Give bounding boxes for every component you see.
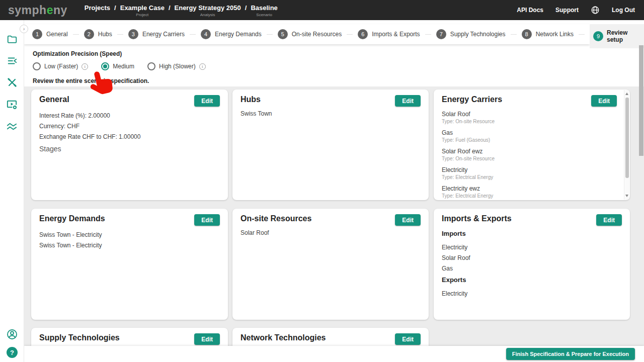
edit-network-technologies-button[interactable]: Edit	[395, 333, 421, 345]
card-title: Energy Carriers	[442, 95, 502, 104]
list-item: Solar Roof Type: On-site Resource	[442, 111, 617, 125]
breadcrumb-label: Baseline	[251, 5, 277, 11]
step-hubs[interactable]: 2Hubs	[84, 29, 112, 39]
step-connector	[425, 34, 431, 35]
radio-low-faster[interactable]: Low (Faster) i	[33, 62, 88, 70]
radio-label: Medium	[113, 63, 134, 70]
step-label: Review setup	[607, 29, 644, 43]
step-connector	[579, 34, 585, 35]
currency-value: Currency: CHF	[39, 121, 220, 132]
demand-item: Swiss Town - Electricity	[39, 240, 220, 251]
interest-rate-value: Interest Rate (%): 2.00000	[39, 111, 220, 121]
step-onsite-resources[interactable]: 5On-site Resources	[278, 29, 342, 39]
carrier-name: Solar Roof ewz	[442, 148, 617, 155]
card-title: General	[39, 95, 69, 104]
export-item: Electricity	[442, 291, 622, 297]
step-connector	[117, 34, 123, 35]
edit-supply-technologies-button[interactable]: Edit	[194, 333, 220, 345]
step-number: 8	[522, 29, 532, 39]
step-energy-carriers[interactable]: 3Energy Carriers	[128, 29, 185, 39]
scenario-list-icon[interactable]	[7, 55, 18, 66]
step-energy-demands[interactable]: 4Energy Demands	[201, 29, 262, 39]
top-header-bar: sympheny Projects / Example Case Project…	[0, 0, 644, 20]
finish-specification-button[interactable]: Finish Specification & Prepare for Execu…	[506, 348, 635, 360]
step-review-setup-active[interactable]: 9 Review setup	[590, 24, 644, 48]
logo-accent-letter: e	[47, 4, 53, 17]
edit-onsite-resources-button[interactable]: Edit	[395, 214, 421, 226]
carrier-name: Solar Roof	[442, 111, 617, 118]
execution-icon[interactable]	[6, 99, 18, 110]
optimization-precision-title: Optimization Precision (Speed)	[33, 50, 219, 57]
breadcrumb-scenario[interactable]: Baseline Scenario	[251, 5, 277, 17]
import-item: Gas	[442, 265, 622, 272]
scroll-up-icon[interactable]	[625, 93, 628, 95]
optimization-radio-group: Low (Faster) i Medium High (Slower) i	[33, 62, 219, 71]
step-number: 5	[278, 29, 288, 39]
radio-circle-selected[interactable]	[101, 62, 109, 70]
edit-general-button[interactable]: Edit	[194, 95, 220, 107]
resource-item: Solar Roof	[240, 230, 421, 236]
radio-high-slower[interactable]: High (Slower) i	[147, 62, 206, 70]
breadcrumb-label: Projects	[85, 5, 110, 11]
card-title: Network Technologies	[240, 333, 326, 342]
edit-hubs-button[interactable]: Edit	[395, 95, 421, 107]
card-energy-demands: Energy Demands Edit Swiss Town - Electri…	[31, 209, 228, 320]
scroll-down-icon[interactable]	[625, 195, 628, 197]
breadcrumb-analysis[interactable]: Energy Strategy 2050 Analysis	[175, 5, 241, 17]
edit-energy-carriers-button[interactable]: Edit	[591, 95, 617, 107]
card-onsite-resources: On-site Resources Edit Solar Roof	[232, 209, 429, 320]
step-label: Supply Technologies	[450, 31, 506, 38]
card-energy-carriers: Energy Carriers Edit Solar Roof Type: On…	[434, 89, 630, 200]
logo-text: ny	[53, 4, 67, 17]
results-icon[interactable]	[6, 121, 18, 132]
demand-item: Swiss Town - Electricity	[39, 230, 220, 240]
radio-circle[interactable]	[33, 62, 41, 70]
breadcrumb-project[interactable]: Example Case Project	[120, 5, 165, 17]
sympheny-logo[interactable]: sympheny	[8, 4, 67, 17]
step-network-links[interactable]: 8Network Links	[522, 29, 574, 39]
exchange-rate-value: Exchange Rate CHF to CHF: 1.00000	[39, 132, 220, 142]
app-root: sympheny Projects / Example Case Project…	[0, 0, 644, 362]
radio-circle[interactable]	[147, 62, 155, 70]
carrier-type: Type: Electrical Energy	[442, 174, 617, 180]
info-icon[interactable]: i	[199, 63, 206, 70]
log-out-link[interactable]: Log Out	[612, 7, 635, 14]
breadcrumb-separator: /	[169, 5, 171, 11]
step-supply-technologies[interactable]: 7Supply Technologies	[436, 29, 506, 39]
step-number: 1	[32, 29, 42, 39]
list-item: Solar Roof ewz Type: On-site Resource	[442, 148, 617, 162]
help-icon[interactable]: ?	[7, 347, 18, 358]
list-item: Gas Type: Fuel (Gaseous)	[442, 129, 617, 143]
breadcrumb-separator: /	[245, 5, 247, 11]
step-number: 3	[128, 29, 138, 39]
card-scrollbar[interactable]	[624, 90, 629, 200]
card-title: Energy Demands	[39, 214, 105, 223]
radio-medium[interactable]: Medium	[101, 62, 134, 70]
globe-icon[interactable]	[591, 6, 600, 15]
step-imports-exports[interactable]: 6Imports & Exports	[358, 29, 420, 39]
account-icon[interactable]	[6, 328, 18, 340]
breadcrumb-projects[interactable]: Projects	[85, 5, 110, 11]
step-connector	[347, 34, 353, 35]
scrollbar-thumb[interactable]	[625, 98, 629, 178]
list-item: Electricity ewz Type: Electrical Energy	[442, 185, 617, 199]
sidebar-collapse-button[interactable]: ›	[20, 25, 28, 33]
edit-imports-exports-button[interactable]: Edit	[596, 214, 622, 226]
step-number: 4	[201, 29, 211, 39]
review-instruction-text: Review the entire scenario specification…	[33, 77, 219, 84]
tools-icon[interactable]	[7, 77, 18, 88]
step-number: 2	[84, 29, 94, 39]
imports-subheading: Imports	[442, 230, 622, 237]
info-icon[interactable]: i	[82, 63, 88, 70]
page-scrollbar-thumb[interactable]	[639, 45, 643, 156]
projects-folder-icon[interactable]	[7, 34, 18, 45]
breadcrumb: Projects / Example Case Project / Energy…	[85, 0, 278, 20]
step-label: General	[46, 31, 68, 38]
edit-energy-demands-button[interactable]: Edit	[194, 214, 220, 226]
support-link[interactable]: Support	[555, 7, 579, 14]
breadcrumb-sublabel: Project	[136, 13, 148, 17]
step-label: Imports & Exports	[372, 31, 420, 38]
card-general: General Edit Interest Rate (%): 2.00000 …	[31, 89, 228, 200]
step-general[interactable]: 1General	[32, 29, 68, 39]
api-docs-link[interactable]: API Docs	[517, 7, 543, 14]
